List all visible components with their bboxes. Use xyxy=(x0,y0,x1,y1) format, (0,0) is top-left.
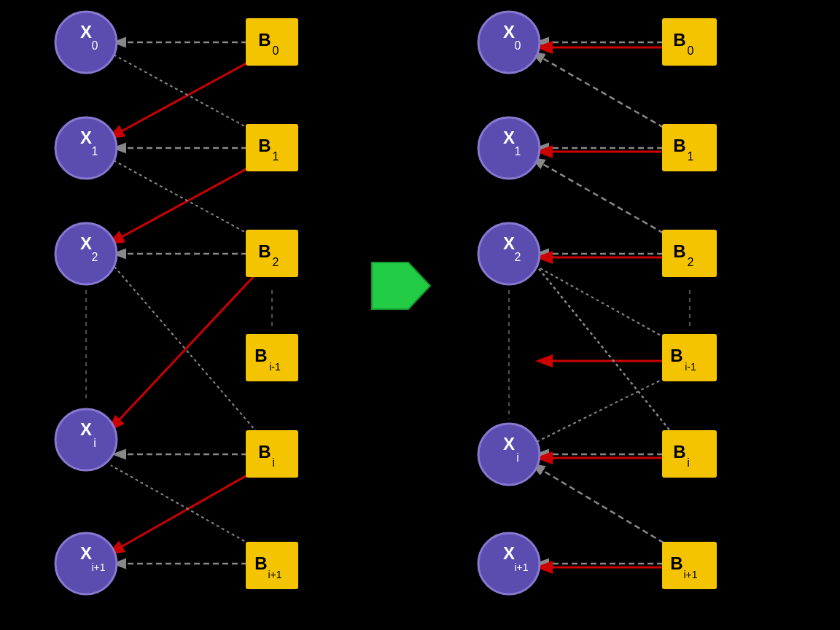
left-b0-box xyxy=(246,18,298,66)
right-bi-sub: i xyxy=(687,456,690,469)
right-bi1-sub: i-1 xyxy=(685,361,696,373)
left-b2-box xyxy=(246,230,298,277)
left-b2-label: B xyxy=(258,241,271,261)
left-bi1-box xyxy=(246,334,298,381)
left-xi1-sub: i+1 xyxy=(91,561,105,573)
right-b0-label: B xyxy=(673,30,685,50)
right-bi2-label: B xyxy=(670,553,682,573)
left-x2-label: X xyxy=(80,233,92,253)
right-bi-1-x2-dotted xyxy=(534,265,680,346)
right-x0-circle xyxy=(478,12,540,73)
right-b1-x0-dashed xyxy=(534,53,680,137)
left-x0-sub: 0 xyxy=(92,39,98,52)
left-xi-label: X xyxy=(80,419,92,439)
left-bi1-sub: i-1 xyxy=(269,361,281,373)
left-bi2-label: B xyxy=(254,553,267,573)
right-x1-circle xyxy=(478,117,540,179)
right-xi-circle xyxy=(478,424,540,485)
right-x2-circle xyxy=(478,223,540,284)
left-bi1-label: B xyxy=(254,346,267,365)
right-b2-x1-dashed xyxy=(534,159,680,243)
right-bi1-label: B xyxy=(670,346,682,365)
right-b1-box xyxy=(662,124,717,171)
right-x1-sub: 1 xyxy=(515,145,521,158)
right-b2-sub: 2 xyxy=(688,256,694,268)
left-xi1-label: X xyxy=(80,543,92,563)
transform-arrow xyxy=(372,262,430,309)
left-x1-circle xyxy=(55,117,117,179)
left-bi-box xyxy=(246,430,298,478)
left-x0-circle xyxy=(55,12,117,73)
left-xi1-circle xyxy=(55,533,117,594)
right-x1-label: X xyxy=(503,128,515,147)
right-bi1-xi-dashed xyxy=(534,465,680,553)
right-bi-1-xi-dotted xyxy=(534,370,680,443)
left-b1-sub: 1 xyxy=(273,150,279,163)
right-b0-sub: 0 xyxy=(688,44,694,57)
right-bi-x2-dotted xyxy=(534,262,680,443)
left-b0-sub: 0 xyxy=(273,44,279,57)
right-xi-label: X xyxy=(503,434,515,454)
left-x1-label: X xyxy=(80,128,92,147)
right-b2-label: B xyxy=(673,241,685,261)
diagram: X 0 X 1 X 2 X i X i+1 B 0 B 1 B 2 B i-1 xyxy=(0,0,840,630)
right-b0-box xyxy=(662,18,717,66)
left-b1-label: B xyxy=(258,136,271,155)
right-b2-box xyxy=(662,230,717,277)
left-b2-sub: 2 xyxy=(273,256,279,268)
left-b1-box xyxy=(246,124,298,171)
diagram-svg: X 0 X 1 X 2 X i X i+1 B 0 B 1 B 2 B i-1 xyxy=(0,0,840,630)
right-x2-label: X xyxy=(503,233,515,253)
right-x2-sub: 2 xyxy=(515,251,521,263)
left-xi-sub: i xyxy=(93,437,96,449)
left-xi-circle xyxy=(55,409,117,470)
left-x1-sub: 1 xyxy=(92,145,98,158)
right-xi1-sub: i+1 xyxy=(514,561,528,573)
right-bi-label: B xyxy=(673,442,685,462)
right-bi-box xyxy=(662,430,717,478)
right-x0-sub: 0 xyxy=(515,39,521,52)
right-xi1-label: X xyxy=(503,543,515,563)
right-b1-sub: 1 xyxy=(688,150,694,163)
left-bi2-sub: i+1 xyxy=(268,569,281,580)
left-bi-sub: i xyxy=(272,456,275,469)
right-b1-label: B xyxy=(673,136,685,155)
right-xi1-circle xyxy=(478,533,540,594)
right-x0-label: X xyxy=(503,22,515,42)
right-bi2-sub: i+1 xyxy=(683,569,697,580)
left-x2-sub: 2 xyxy=(92,251,98,263)
left-b0-label: B xyxy=(258,30,271,50)
left-bi-label: B xyxy=(258,442,271,462)
left-bi2-box xyxy=(246,542,298,589)
left-x0-label: X xyxy=(80,22,92,42)
left-x2-circle xyxy=(55,223,117,284)
right-xi-sub: i xyxy=(516,451,519,464)
